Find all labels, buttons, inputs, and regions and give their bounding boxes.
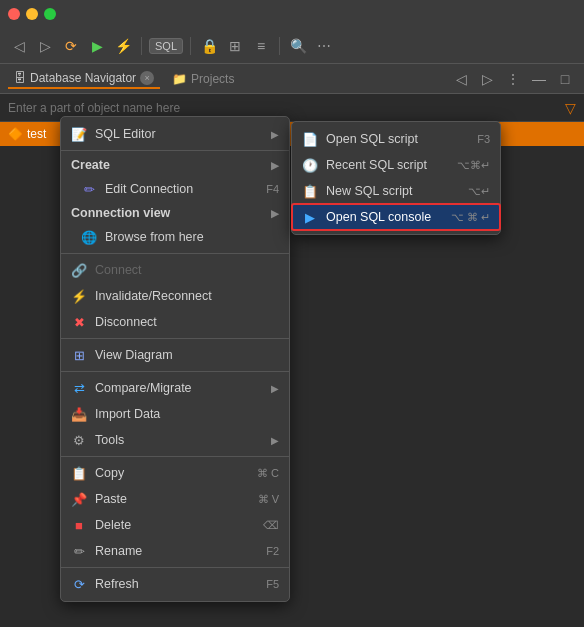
menu-item-recent-sql-script[interactable]: 🕐 Recent SQL script ⌥⌘↵	[292, 152, 500, 178]
recent-script-shortcut: ⌥⌘↵	[457, 159, 490, 172]
minimize-button[interactable]	[26, 8, 38, 20]
nav-back-icon[interactable]: ◁	[450, 68, 472, 90]
run-icon[interactable]: ▶	[86, 35, 108, 57]
browse-label: Browse from here	[105, 230, 279, 244]
console-icon: ▶	[302, 209, 318, 225]
disconnect-icon: ✖	[71, 314, 87, 330]
diagram-icon: ⊞	[71, 347, 87, 363]
traffic-lights	[8, 8, 56, 20]
grid-icon[interactable]: ⊞	[224, 35, 246, 57]
menu-item-new-sql-script[interactable]: 📋 New SQL script ⌥↵	[292, 178, 500, 204]
sep-4	[61, 456, 289, 457]
menu-item-refresh[interactable]: ⟳ Refresh F5	[61, 571, 289, 597]
refresh-label: Refresh	[95, 577, 258, 591]
menu-item-sql-editor[interactable]: 📝 SQL Editor ▶ 📄 Open SQL script F3 🕐 Re…	[61, 121, 289, 147]
new-script-shortcut: ⌥↵	[468, 185, 490, 198]
close-button[interactable]	[8, 8, 20, 20]
menu-item-invalidate[interactable]: ⚡ Invalidate/Reconnect	[61, 283, 289, 309]
search-toolbar-icon[interactable]: 🔍	[287, 35, 309, 57]
compare-icon: ⇄	[71, 380, 87, 396]
menu-item-paste[interactable]: 📌 Paste ⌘ V	[61, 486, 289, 512]
refresh-shortcut: F5	[266, 578, 279, 590]
search-input[interactable]	[8, 101, 565, 115]
sql-editor-label: SQL Editor	[95, 127, 263, 141]
toolbar-separator-2	[190, 37, 191, 55]
connect-label: Connect	[95, 263, 279, 277]
close-tab-button[interactable]: ×	[140, 71, 154, 85]
submenu-sql-editor: 📄 Open SQL script F3 🕐 Recent SQL script…	[291, 121, 501, 235]
connect-icon[interactable]: ⚡	[112, 35, 134, 57]
tools-icon: ⚙	[71, 432, 87, 448]
menu-item-connect: 🔗 Connect	[61, 257, 289, 283]
menu-item-open-sql-console[interactable]: ▶ Open SQL console ⌥ ⌘ ↵	[292, 204, 500, 230]
paste-shortcut: ⌘ V	[258, 493, 279, 506]
menu-item-edit-connection[interactable]: ✏ Edit Connection F4	[61, 176, 289, 202]
connect-icon: 🔗	[71, 262, 87, 278]
rename-icon: ✏	[71, 543, 87, 559]
create-section: Create ▶	[61, 154, 289, 176]
diagram-label: View Diagram	[95, 348, 279, 362]
back-icon[interactable]: ◁	[8, 35, 30, 57]
recent-script-label: Recent SQL script	[326, 158, 449, 172]
more-icon[interactable]: ⋯	[313, 35, 335, 57]
edit-connection-icon: ✏	[81, 181, 97, 197]
tab-database-navigator[interactable]: 🗄 Database Navigator ×	[8, 69, 160, 89]
tree-item-label: test	[27, 127, 46, 141]
filter-icon[interactable]: ▽	[565, 100, 576, 116]
copy-shortcut: ⌘ C	[257, 467, 279, 480]
projects-icon: 📁	[172, 72, 187, 86]
new-script-icon: 📋	[302, 183, 318, 199]
reconnect-icon: ⚡	[71, 288, 87, 304]
menu-item-import[interactable]: 📥 Import Data	[61, 401, 289, 427]
paste-icon: 📌	[71, 491, 87, 507]
import-label: Import Data	[95, 407, 279, 421]
list-icon[interactable]: ≡	[250, 35, 272, 57]
recent-script-icon: 🕐	[302, 157, 318, 173]
menu-item-tools[interactable]: ⚙ Tools ▶	[61, 427, 289, 453]
open-script-shortcut: F3	[477, 133, 490, 145]
tools-label: Tools	[95, 433, 263, 447]
compare-label: Compare/Migrate	[95, 381, 263, 395]
sep-after-sql-editor	[61, 150, 289, 151]
fullscreen-button[interactable]	[44, 8, 56, 20]
toolbar: ◁ ▷ ⟳ ▶ ⚡ SQL 🔒 ⊞ ≡ 🔍 ⋯	[0, 28, 584, 64]
copy-icon: 📋	[71, 465, 87, 481]
titlebar	[0, 0, 584, 28]
invalidate-label: Invalidate/Reconnect	[95, 289, 279, 303]
menu-item-open-sql-script[interactable]: 📄 Open SQL script F3	[292, 126, 500, 152]
menu-item-compare[interactable]: ⇄ Compare/Migrate ▶	[61, 375, 289, 401]
paste-label: Paste	[95, 492, 250, 506]
minimize-panel-icon[interactable]: —	[528, 68, 550, 90]
menu-item-browse[interactable]: 🌐 Browse from here	[61, 224, 289, 250]
delete-label: Delete	[95, 518, 255, 532]
connection-view-arrow: ▶	[271, 208, 279, 219]
forward-icon[interactable]: ▷	[34, 35, 56, 57]
delete-shortcut: ⌫	[263, 519, 279, 532]
refresh-toolbar-icon[interactable]: ⟳	[60, 35, 82, 57]
sql-badge: SQL	[149, 38, 183, 54]
menu-item-diagram[interactable]: ⊞ View Diagram	[61, 342, 289, 368]
sep-1	[61, 253, 289, 254]
panel-menu-icon[interactable]: ⋮	[502, 68, 524, 90]
menu-item-copy[interactable]: 📋 Copy ⌘ C	[61, 460, 289, 486]
context-menu: 📝 SQL Editor ▶ 📄 Open SQL script F3 🕐 Re…	[60, 116, 290, 602]
tab-projects[interactable]: 📁 Projects	[166, 70, 240, 88]
tools-arrow: ▶	[271, 435, 279, 446]
nav-forward-icon[interactable]: ▷	[476, 68, 498, 90]
tree-item-icon: 🔶	[8, 127, 23, 141]
connection-view-section: Connection view ▶	[61, 202, 289, 224]
sql-editor-arrow: ▶	[271, 129, 279, 140]
menu-item-disconnect[interactable]: ✖ Disconnect	[61, 309, 289, 335]
sql-editor-icon: 📝	[71, 126, 87, 142]
lock-icon[interactable]: 🔒	[198, 35, 220, 57]
database-navigator-icon: 🗄	[14, 71, 26, 85]
delete-icon: ■	[71, 517, 87, 533]
compare-arrow: ▶	[271, 383, 279, 394]
create-label: Create	[71, 158, 110, 172]
menu-item-rename[interactable]: ✏ Rename F2	[61, 538, 289, 564]
panel-header: 🗄 Database Navigator × 📁 Projects ◁ ▷ ⋮ …	[0, 64, 584, 94]
disconnect-label: Disconnect	[95, 315, 279, 329]
maximize-panel-icon[interactable]: □	[554, 68, 576, 90]
sep-5	[61, 567, 289, 568]
menu-item-delete[interactable]: ■ Delete ⌫	[61, 512, 289, 538]
